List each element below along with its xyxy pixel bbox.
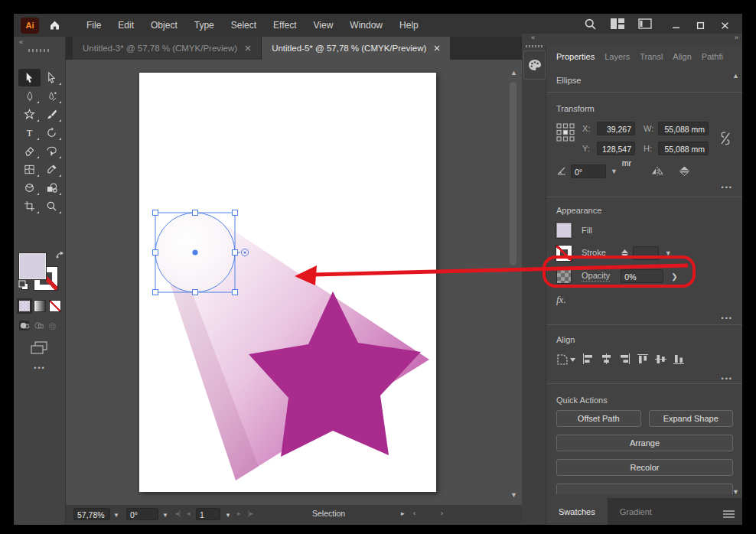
close-button[interactable] (715, 18, 735, 33)
opacity-label[interactable]: Opacity (582, 271, 610, 282)
align-top-icon[interactable] (637, 353, 648, 366)
vscrollbar-thumb[interactable] (510, 82, 516, 265)
eraser-tool[interactable] (18, 142, 41, 160)
align-right-icon[interactable] (619, 353, 631, 366)
collapse-panels-icon[interactable]: « (531, 34, 534, 41)
tab-swatches[interactable]: Swatches (546, 498, 608, 525)
home-icon[interactable] (48, 19, 61, 31)
status-prev-icon[interactable]: ‹ (413, 510, 415, 517)
expand-panels-icon[interactable]: » (735, 34, 738, 41)
toolbar-grip[interactable] (28, 49, 51, 52)
status-next-icon[interactable]: › (441, 510, 443, 517)
eyedropper-tool[interactable] (41, 161, 63, 178)
zoom-tool[interactable] (41, 197, 63, 215)
dock-grip[interactable] (526, 45, 543, 47)
zoom-dropdown-icon[interactable]: ▼ (113, 512, 119, 519)
recolor-button[interactable]: Recolor (556, 459, 733, 476)
collapse-toolbar-icon[interactable]: « (19, 38, 22, 46)
align-more-icon[interactable]: ••• (556, 373, 733, 383)
tab-close-icon[interactable] (245, 45, 251, 51)
status-play-icon[interactable]: ▸ (401, 510, 405, 517)
search-icon[interactable] (584, 18, 597, 34)
next-artboard-icon[interactable]: ▸ (237, 510, 241, 517)
opacity-value-field[interactable]: 0% (621, 269, 663, 283)
opacity-swatch[interactable] (556, 269, 572, 284)
tab-gradient[interactable]: Gradient (608, 498, 664, 525)
arrange-button[interactable]: Arrange (556, 435, 733, 451)
shaper-tool[interactable] (41, 142, 63, 160)
flip-vertical-icon[interactable] (679, 165, 690, 178)
color-mode-button[interactable] (18, 300, 31, 312)
pen-tool[interactable] (18, 87, 41, 105)
menu-effect[interactable]: Effect (265, 14, 305, 37)
prev-artboard-icon[interactable]: ◂ (187, 510, 191, 517)
tab-transparency[interactable]: Transl (640, 52, 663, 61)
rotate-view-tool[interactable] (18, 179, 41, 197)
menu-view[interactable]: View (305, 14, 342, 37)
gradient-mode-button[interactable] (34, 300, 46, 312)
align-to-artboard-icon[interactable] (556, 353, 575, 366)
canvas[interactable]: ▲ ▼ (66, 60, 522, 505)
reference-point-icon[interactable] (556, 123, 575, 143)
artboard-dropdown-icon[interactable]: ▼ (225, 512, 231, 519)
x-field[interactable]: 39,267 mm (597, 122, 635, 135)
toolbar-more-icon[interactable]: ••• (14, 364, 66, 372)
transform-more-icon[interactable]: ••• (556, 181, 733, 197)
stroke-weight-stepper[interactable] (621, 249, 628, 258)
stroke-weight-dropdown-icon[interactable]: ▼ (665, 249, 672, 257)
default-colors-icon[interactable] (18, 280, 29, 294)
rotation-dropdown-icon[interactable]: ▼ (162, 512, 168, 519)
artwork[interactable] (66, 60, 522, 505)
width-field[interactable]: 55,088 mm (658, 122, 709, 135)
flip-horizontal-icon[interactable] (651, 166, 663, 177)
link-dimensions-icon[interactable] (719, 131, 732, 148)
symbol-tool[interactable] (41, 179, 63, 197)
align-center-horizontal-icon[interactable] (601, 353, 612, 366)
canvas-vscrollbar[interactable]: ▲ ▼ (508, 61, 518, 503)
menu-help[interactable]: Help (391, 14, 427, 37)
menu-type[interactable]: Type (186, 14, 223, 37)
fx-button[interactable]: fx. (556, 294, 566, 306)
stroke-swatch[interactable] (556, 246, 572, 261)
color-panel-icon[interactable] (523, 50, 546, 80)
minimize-button[interactable] (666, 18, 686, 33)
partial-button[interactable] (556, 484, 733, 494)
selection-tool[interactable] (18, 69, 41, 86)
artboard-number-field[interactable]: 1 (196, 508, 220, 520)
draw-inside-icon[interactable] (47, 321, 57, 334)
panel-menu-icon[interactable] (723, 507, 735, 521)
appearance-more-icon[interactable]: ••• (556, 312, 733, 324)
stroke-weight-field[interactable] (633, 246, 659, 260)
expand-shape-button[interactable]: Expand Shape (649, 410, 734, 427)
artboard-tool[interactable] (18, 197, 41, 215)
menu-select[interactable]: Select (223, 14, 265, 37)
none-mode-button[interactable] (49, 300, 61, 312)
height-field[interactable]: 55,088 mm (658, 142, 709, 155)
type-tool[interactable]: T (18, 124, 41, 142)
offset-path-button[interactable]: Offset Path (556, 410, 641, 427)
scroll-up-icon[interactable]: ▲ (510, 69, 517, 77)
menu-object[interactable]: Object (142, 14, 186, 37)
swap-fill-stroke-icon[interactable] (56, 251, 65, 261)
menu-edit[interactable]: Edit (109, 14, 142, 37)
first-artboard-icon[interactable]: ◂| (175, 510, 181, 517)
panel-scroll-down-icon[interactable]: ▼ (732, 488, 739, 496)
tab-properties[interactable]: Properties (556, 52, 595, 61)
tab-close-icon[interactable] (434, 45, 440, 51)
curvature-tool[interactable] (41, 87, 63, 105)
app-logo[interactable]: Ai (21, 18, 39, 34)
opacity-options-icon[interactable]: ❯ (671, 272, 677, 281)
align-left-icon[interactable] (582, 353, 594, 366)
tab-layers[interactable]: Layers (604, 52, 630, 61)
tab-pathfinder[interactable]: Pathfi (702, 52, 723, 61)
tab-align[interactable]: Align (673, 52, 691, 61)
maximize-button[interactable] (690, 18, 710, 33)
scroll-down-icon[interactable]: ▼ (510, 491, 517, 499)
workspace-switcher-icon[interactable] (611, 18, 624, 32)
align-center-vertical-icon[interactable] (655, 353, 666, 366)
rotate-tool[interactable] (41, 124, 63, 142)
menu-window[interactable]: Window (341, 14, 391, 37)
mesh-tool[interactable] (18, 161, 41, 178)
draw-behind-icon[interactable] (33, 320, 44, 334)
stroke-label[interactable]: Stroke (582, 248, 606, 259)
